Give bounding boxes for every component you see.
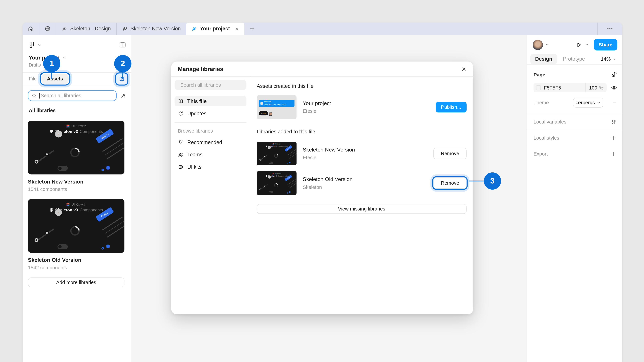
sliders-icon[interactable]: [611, 119, 616, 125]
toggle-doodle: [58, 244, 68, 249]
tab-assets[interactable]: Assets: [42, 74, 68, 84]
toggle-doodle: [58, 166, 68, 171]
nav-this-file[interactable]: This file: [174, 96, 246, 106]
new-tab-button[interactable]: [244, 23, 260, 35]
color-swatch[interactable]: [536, 85, 541, 90]
modal-search-input[interactable]: [180, 82, 244, 88]
right-sections: Local variables Local styles Export: [527, 114, 622, 162]
pen-nib-icon: [122, 26, 128, 31]
libraries-added-heading: Libraries added to this file: [257, 129, 466, 135]
color-hex[interactable]: F5F5F5: [544, 85, 585, 90]
callout-2-connector: [122, 72, 123, 79]
present-play-icon[interactable]: [576, 42, 582, 48]
chevron-down-icon[interactable]: [585, 43, 589, 47]
file-title-row[interactable]: Your project: [23, 49, 132, 61]
sidebar-header: [23, 35, 132, 49]
opacity-field[interactable]: 100 %: [585, 83, 606, 92]
book-open-icon: [119, 76, 125, 82]
zoom-control[interactable]: 14%: [601, 56, 616, 62]
local-variables-section[interactable]: Local variables: [527, 114, 622, 130]
close-icon: [461, 66, 466, 72]
tab-skeleton-design[interactable]: Skeleton - Design: [56, 23, 116, 35]
remove-button-highlighted[interactable]: Remove: [433, 177, 466, 189]
figma-mark-icon: [66, 203, 70, 206]
plus-icon[interactable]: [611, 135, 616, 141]
minus-icon[interactable]: [612, 100, 617, 105]
styles-icon[interactable]: [611, 71, 617, 78]
tab-your-project[interactable]: Your project: [186, 23, 244, 35]
checkbox-doodle: [106, 245, 110, 248]
view-missing-libraries-button[interactable]: View missing libraries: [257, 204, 466, 214]
remove-button[interactable]: Remove: [433, 148, 466, 159]
more-menu-button[interactable]: [598, 23, 622, 35]
library-card-thumbnail[interactable]: UI Kit with Skeleton v3Components ◦ Butt…: [28, 199, 124, 253]
theme-row: Theme cerberus: [534, 98, 617, 108]
globe-icon: [44, 25, 51, 32]
sidebar-search-row: [23, 85, 132, 101]
publish-button[interactable]: Publish...: [436, 102, 466, 112]
nav-ui-kits[interactable]: UI kits: [174, 162, 246, 172]
browse-libraries-heading: Browse libraries: [174, 126, 246, 137]
nav-updates[interactable]: Updates: [174, 108, 246, 119]
community-tab[interactable]: [40, 23, 56, 35]
asset-name: Your project: [303, 100, 331, 106]
figma-app: Skeleton - Design Skeleton New Version Y…: [0, 0, 644, 362]
radio-doodle: [102, 169, 104, 171]
libraries-button[interactable]: [116, 73, 127, 84]
mode-tabs: Design Prototype 14%: [527, 50, 622, 65]
figma-logo-icon[interactable]: [29, 40, 35, 49]
chevron-down-icon[interactable]: [62, 56, 66, 60]
page-section-header: Page: [527, 65, 622, 78]
your-project-thumbnail: Alert titleShort and clear description B…: [257, 95, 297, 119]
tab-prototype[interactable]: Prototype: [563, 56, 585, 62]
text-cursor: [40, 93, 40, 98]
export-section[interactable]: Export: [527, 146, 622, 162]
callout-3-connector: [469, 181, 484, 182]
modal-search-field[interactable]: [174, 80, 246, 90]
thumb-button: Button: [259, 111, 268, 115]
tab-skeleton-new-version[interactable]: Skeleton New Version: [116, 23, 186, 35]
chevron-down-icon[interactable]: [545, 43, 549, 47]
sidebar-tabs: File Assets: [23, 72, 132, 85]
toggle-sidebar-icon[interactable]: [119, 41, 126, 48]
search-input[interactable]: [40, 93, 113, 98]
local-styles-section[interactable]: Local styles: [527, 130, 622, 146]
app-window: Skeleton - Design Skeleton New Version Y…: [23, 23, 622, 362]
plus-icon[interactable]: [611, 151, 616, 157]
tab-file[interactable]: File: [29, 76, 36, 82]
chevron-down-icon[interactable]: [37, 42, 42, 47]
alert-banner: Alert titleShort and clear description: [259, 100, 294, 107]
search-libraries-field[interactable]: [28, 90, 117, 101]
library-thumbnail: UI Kit with Skeleton v3Components ◦Butto…: [257, 142, 297, 165]
libraries-list: UI Kit with Skeleton v3Components ◦ Butt…: [23, 113, 132, 287]
add-more-libraries-button[interactable]: Add more libraries: [28, 278, 124, 287]
avatar[interactable]: [533, 39, 543, 50]
manage-libraries-modal: Manage libraries: [171, 61, 473, 314]
figma-mark-icon: [66, 124, 70, 128]
avatar-doodle: ◦: [55, 131, 62, 138]
nav-recommended[interactable]: Recommended: [174, 137, 246, 147]
callout-step-1: 1: [43, 55, 60, 72]
tab-label: Skeleton New Version: [130, 26, 181, 31]
share-button[interactable]: Share: [594, 39, 617, 51]
close-modal-button[interactable]: [461, 66, 466, 72]
eye-icon[interactable]: [611, 84, 617, 91]
modal-content: Assets created in this file Alert titleS…: [250, 77, 473, 314]
tab-label: Skeleton - Design: [70, 26, 111, 31]
color-pill[interactable]: F5F5F5 100 %: [534, 83, 606, 92]
canvas[interactable]: Manage libraries: [132, 35, 526, 362]
tab-label: Your project: [200, 26, 230, 31]
nav-teams[interactable]: Teams: [174, 149, 246, 160]
close-tab-button[interactable]: [234, 26, 239, 31]
tab-design[interactable]: Design: [530, 54, 557, 64]
theme-select[interactable]: cerberus: [573, 98, 603, 108]
home-tab[interactable]: [23, 23, 39, 35]
library-count: 1541 components: [28, 186, 125, 192]
people-icon: [178, 152, 184, 157]
callout-step-2: 2: [114, 55, 132, 72]
filter-sliders-icon[interactable]: [120, 92, 126, 99]
modal-body: This file Updates Browse libraries Recom…: [171, 77, 473, 314]
skull-icon: [50, 208, 54, 212]
library-card-thumbnail[interactable]: UI Kit with Skeleton v3Components ◦ Butt…: [28, 121, 124, 174]
browser-tabbar: Skeleton - Design Skeleton New Version Y…: [23, 23, 622, 35]
